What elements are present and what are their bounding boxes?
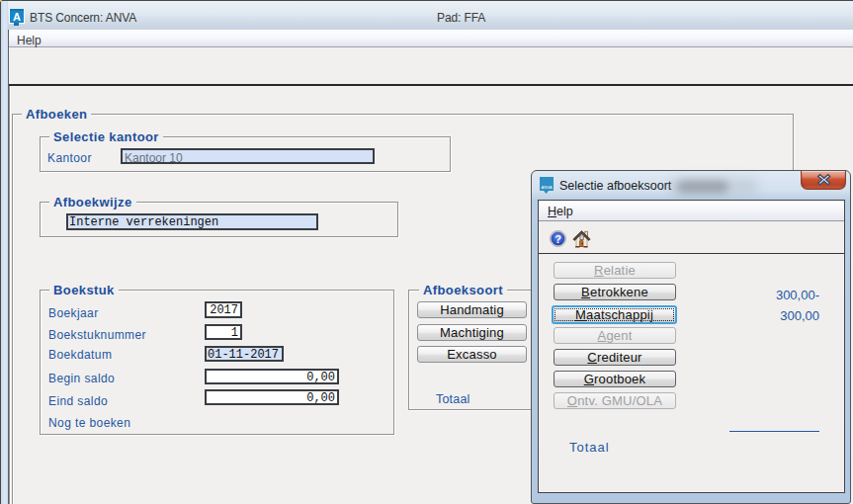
svg-text:A: A bbox=[13, 11, 21, 23]
svg-text:?: ? bbox=[554, 233, 561, 245]
svg-text:ANVA: ANVA bbox=[541, 185, 552, 190]
